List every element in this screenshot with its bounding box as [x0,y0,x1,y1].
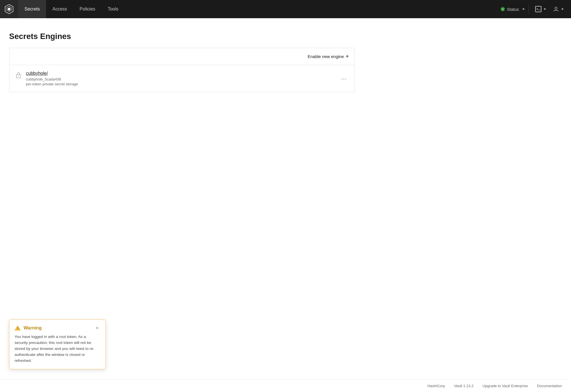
terminal-chevron-icon [544,9,546,10]
more-options-icon: ··· [341,75,347,82]
engine-info: cubbyhole/ cubbyhole_5cada436 per-token … [26,71,339,86]
warning-triangle-icon: ! [15,325,21,331]
engine-options-menu[interactable]: ··· [339,74,349,83]
lock-svg-icon [15,71,22,79]
nav-item-secrets[interactable]: Secrets [18,0,46,18]
main-content: Secrets Engines Enable new engine + cubb… [0,18,364,101]
warning-toast: ! Warning × You have logged in with a ro… [9,319,106,369]
footer-docs-link[interactable]: Documentation [537,384,562,388]
footer-upgrade-link[interactable]: Upgrade to Vault Enterprise [483,384,528,388]
status-dot-icon [501,7,504,11]
navbar-right: Status [497,4,566,15]
page-title: Secrets Engines [9,32,355,41]
user-svg-icon [553,6,559,12]
toast-body: You have logged in with a root token. As… [15,334,100,364]
toast-close-button[interactable]: × [94,325,100,331]
user-button[interactable] [550,4,566,15]
status-chevron-icon [522,9,525,10]
svg-point-4 [555,7,557,9]
vault-logo-icon [4,4,14,14]
navbar: Secrets Access Policies Tools Status [0,0,571,18]
footer: HashiCorp Vault 1.13.2 Upgrade to Vault … [0,379,571,392]
engine-name-link[interactable]: cubbyhole/ [26,71,339,76]
nav-item-access[interactable]: Access [46,0,73,18]
footer-hashicorp-label: HashiCorp [427,384,445,388]
nav-menu: Secrets Access Policies Tools [18,0,497,18]
user-icon [553,6,559,12]
status-button[interactable]: Status [497,5,529,14]
svg-point-6 [18,76,19,77]
enable-new-engine-button[interactable]: Enable new engine + [308,52,349,61]
terminal-button[interactable] [532,4,549,15]
enable-engine-label: Enable new engine [308,54,344,59]
secrets-toolbar: Enable new engine + [9,48,355,65]
nav-item-tools[interactable]: Tools [102,0,125,18]
table-row: cubbyhole/ cubbyhole_5cada436 per-token … [9,65,355,92]
vault-logo-container[interactable] [0,0,18,18]
engine-list: cubbyhole/ cubbyhole_5cada436 per-token … [9,65,355,92]
terminal-svg-icon [536,8,540,11]
footer-brand: HashiCorp [427,384,445,388]
terminal-icon [535,6,541,12]
svg-marker-2 [8,8,10,11]
footer-version: Vault 1.13.2 [454,384,473,388]
nav-item-policies[interactable]: Policies [73,0,102,18]
user-chevron-icon [561,9,564,10]
toast-title: Warning [24,325,92,331]
status-label: Status [507,7,519,12]
cubbyhole-lock-icon [15,71,22,80]
svg-text:!: ! [17,327,18,330]
plus-icon: + [346,53,349,60]
engine-description: per-token private secret storage [26,82,339,86]
engine-id: cubbyhole_5cada436 [26,77,339,81]
toast-header: ! Warning × [15,325,100,331]
